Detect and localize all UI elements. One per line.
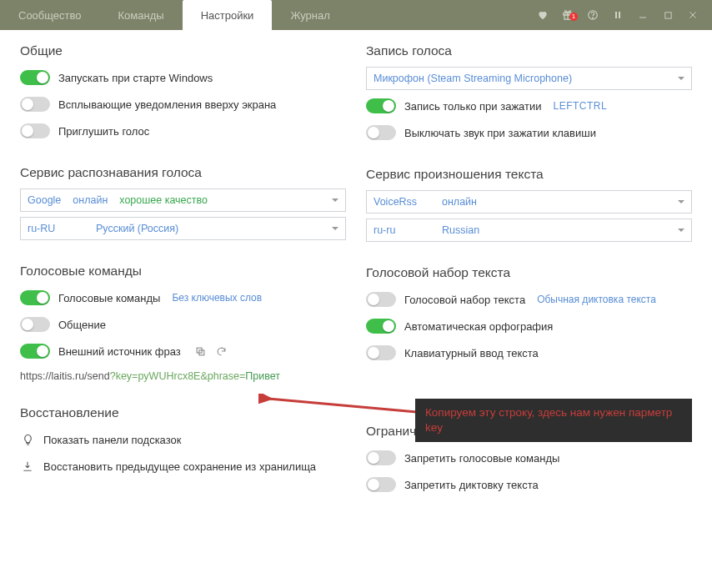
heart-icon[interactable] <box>530 9 555 21</box>
minimize-icon[interactable] <box>630 10 655 20</box>
tts-mode: онлайн <box>442 196 477 208</box>
toggle-mute-on-key[interactable] <box>366 125 396 140</box>
label-keyboard-input: Клавиатурный ввод текста <box>404 347 539 359</box>
label-voice-typing: Голосовой набор текста <box>404 294 525 306</box>
mic-dropdown[interactable]: Микрофон (Steam Streaming Microphone) <box>366 67 692 90</box>
toggle-chat[interactable] <box>20 317 50 332</box>
toggle-keyboard-input[interactable] <box>366 345 396 360</box>
toggle-mute[interactable] <box>20 123 50 138</box>
label-mute: Приглушить голос <box>58 125 149 138</box>
asr-engine-dropdown[interactable]: Google онлайн хорошее качество <box>20 188 346 212</box>
label-deny-dictation: Запретить диктовку текста <box>404 479 539 491</box>
asr-mode: онлайн <box>73 194 108 206</box>
label-startup: Запускать при старте Windows <box>58 72 213 84</box>
section-general-title: Общие <box>20 43 346 58</box>
asr-lang-code: ru-RU <box>28 223 84 234</box>
section-restore-title: Восстановление <box>20 405 346 420</box>
url-q: ?key= <box>110 370 138 382</box>
label-restore-save: Восстановить предыдущее сохранение из хр… <box>43 460 316 473</box>
toggle-ptt[interactable] <box>366 98 396 113</box>
maximize-icon[interactable] <box>655 11 680 20</box>
label-external-phrases: Внешний источник фраз <box>58 345 181 358</box>
section-cmds-title: Голосовые команды <box>20 264 346 279</box>
tab-community[interactable]: Сообщество <box>0 0 100 30</box>
toggle-deny-dictation[interactable] <box>366 477 396 492</box>
label-popups: Всплывающие уведомления вверху экрана <box>58 98 276 111</box>
pause-icon[interactable] <box>605 10 630 20</box>
gift-icon[interactable]: 1 <box>555 9 580 21</box>
svg-rect-4 <box>615 12 617 18</box>
url-base: https://laitis.ru/send <box>20 370 110 382</box>
toggle-startup[interactable] <box>20 70 50 85</box>
label-chat: Общение <box>58 319 106 331</box>
toggle-popups[interactable] <box>20 97 50 112</box>
hint-voice-commands: Без ключевых слов <box>172 292 262 304</box>
copy-icon[interactable] <box>194 345 207 358</box>
toggle-voice-commands[interactable] <box>20 290 50 305</box>
svg-rect-5 <box>619 12 620 18</box>
tts-engine-dropdown[interactable]: VoiceRss онлайн <box>366 190 692 214</box>
download-icon <box>20 460 35 472</box>
label-spellcheck: Автоматическая орфография <box>404 320 553 333</box>
svg-rect-7 <box>664 12 670 18</box>
external-url[interactable]: https://laitis.ru/send?key=pyWUHrcx8E&ph… <box>20 370 346 382</box>
tab-teams[interactable]: Команды <box>100 0 183 30</box>
section-rec-title: Запись голоса <box>366 43 692 58</box>
label-voice-commands: Голосовые команды <box>58 292 160 304</box>
label-mute-on-key: Выключать звук при зажатии клавиши <box>404 127 596 139</box>
annotation-callout: Копируем эту строку, здесь нам нужен пар… <box>415 399 692 442</box>
tabs: Сообщество Команды Настройки Журнал <box>0 0 348 30</box>
asr-engine: Google <box>28 194 61 206</box>
label-show-hints: Показать панели подсказок <box>43 434 181 446</box>
url-phrase: Привет <box>245 370 280 382</box>
lightbulb-icon <box>20 434 35 446</box>
url-amp: &phrase= <box>200 370 245 382</box>
toggle-spellcheck[interactable] <box>366 319 396 334</box>
refresh-icon[interactable] <box>215 345 228 358</box>
asr-quality: хорошее качество <box>119 194 208 206</box>
tab-journal[interactable]: Журнал <box>272 0 348 30</box>
toggle-external-phrases[interactable] <box>20 344 50 359</box>
titlebar: Сообщество Команды Настройки Журнал 1 <box>0 0 712 30</box>
label-deny-commands: Запретить голосовые команды <box>404 452 559 465</box>
gift-badge: 1 <box>569 13 578 21</box>
close-icon[interactable] <box>680 10 705 20</box>
mic-value: Микрофон (Steam Streaming Microphone) <box>374 73 572 84</box>
url-key: pyWUHrcx8E <box>138 370 200 382</box>
tts-lang-name: Russian <box>442 224 479 236</box>
asr-lang-dropdown[interactable]: ru-RU Русский (Россия) <box>20 217 346 240</box>
svg-point-3 <box>593 18 594 18</box>
tts-lang-dropdown[interactable]: ru-ru Russian <box>366 219 692 242</box>
label-ptt: Запись только при зажатии <box>404 100 542 113</box>
ptt-key[interactable]: LEFTCTRL <box>554 100 608 112</box>
toggle-voice-typing[interactable] <box>366 292 396 307</box>
tab-settings[interactable]: Настройки <box>183 0 273 30</box>
asr-lang-name: Русский (Россия) <box>96 223 178 234</box>
section-dict-title: Голосовой набор текста <box>366 265 692 280</box>
title-icons: 1 <box>530 0 712 30</box>
tts-lang-code: ru-ru <box>374 224 430 236</box>
tts-engine: VoiceRss <box>374 196 430 208</box>
section-tts-title: Сервис произношения текста <box>366 167 692 182</box>
action-restore-save[interactable]: Восстановить предыдущее сохранение из хр… <box>20 455 346 477</box>
toggle-deny-commands[interactable] <box>366 450 396 465</box>
help-icon[interactable] <box>580 9 605 21</box>
section-asr-title: Сервис распознавания голоса <box>20 165 346 180</box>
action-show-hints[interactable]: Показать панели подсказок <box>20 429 346 450</box>
hint-voice-typing: Обычная диктовка текста <box>537 294 656 305</box>
left-column: Общие Запускать при старте Windows Всплы… <box>20 43 346 500</box>
